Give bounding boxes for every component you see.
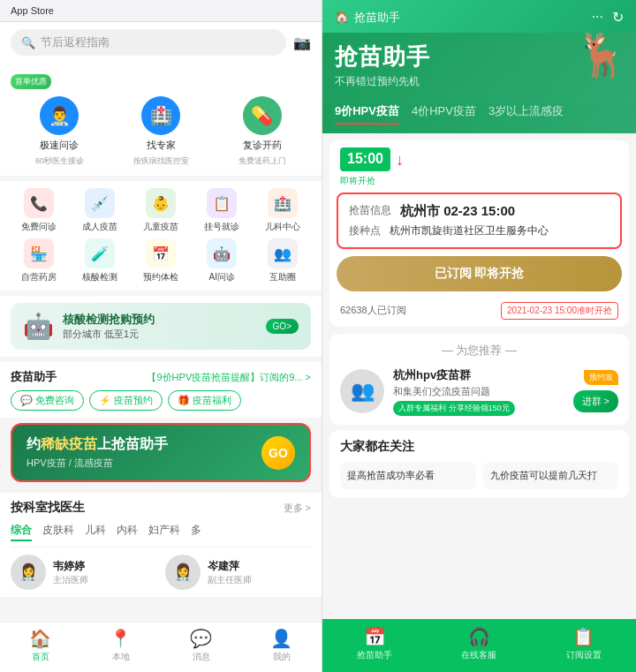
quick-action-jisu[interactable]: 👨‍⚕️ 极速问诊 60秒医生接诊	[35, 96, 84, 167]
nuclear-label: 核酸检测	[82, 271, 117, 283]
time-soon: 即将开抢	[340, 175, 390, 187]
settings-icon: 📋	[572, 626, 594, 647]
menu-item-adultvaccine[interactable]: 💉 成人疫苗	[72, 188, 127, 233]
rnav-service[interactable]: 🎧 在线客服	[461, 626, 496, 661]
recommend-name: 杭州hpv疫苗群	[393, 367, 564, 383]
dept-tab-ertke[interactable]: 儿科	[85, 523, 106, 541]
vaccine-tab-4hpv[interactable]: 4价HPV疫苗	[412, 103, 476, 125]
refresh-icon[interactable]: ↻	[612, 9, 624, 26]
guahao-icon: 📋	[207, 188, 237, 218]
vaccine-btns: 💬 免费咨询 ⚡ 疫苗预约 🎁 疫苗福利	[11, 390, 311, 411]
attention-section: 大家都在关注 提高抢苗成功率必看 九价疫苗可以提前几天打	[329, 430, 629, 498]
promo-tag: 预约攻	[584, 370, 618, 385]
header-icons: ··· ↻	[592, 9, 624, 26]
nav-message[interactable]: 💬 消息	[190, 628, 212, 663]
right-panel: 🏠 抢苗助手 ··· ↻ 抢苗助手 不再错过预约先机 🦌 9价HPV疫苗 4价H…	[322, 0, 636, 672]
menu-item-checkup[interactable]: 📅 预约体检	[132, 238, 188, 283]
camera-icon[interactable]: 📷	[293, 34, 311, 51]
app-store-label: App Store	[11, 5, 54, 16]
time-badge-wrap: 15:00 即将开抢	[340, 147, 390, 187]
big-banner-text: 约稀缺疫苗上抢苗助手 HPV疫苗 / 流感疫苗	[26, 435, 168, 470]
find-doctor-title: 按科室找医生	[11, 500, 85, 516]
subscribe-btn[interactable]: 已订阅 即将开抢	[337, 256, 622, 291]
nav-profile[interactable]: 👤 我的	[270, 628, 292, 663]
rnav-settings[interactable]: 📋 订阅设置	[566, 626, 602, 661]
search-input-wrap[interactable]: 🔍 节后返程指南	[11, 29, 286, 56]
time-section: 15:00 即将开抢 ↓ 抢苗信息 杭州市 02-23 15:00 接种点 杭州…	[329, 140, 629, 327]
doctor-avatar-2: 👩‍⚕️	[165, 555, 201, 590]
dept-tab-pifuke[interactable]: 皮肤科	[42, 523, 74, 541]
big-banner[interactable]: 约稀缺疫苗上抢苗助手 HPV疫苗 / 流感疫苗 GO	[11, 423, 311, 482]
left-panel: App Store 🔍 节后返程指南 📷 首单优惠 👨‍⚕️ 极速问诊 60秒医…	[0, 0, 322, 672]
dept-tab-neike[interactable]: 内科	[117, 523, 138, 541]
nav-message-label: 消息	[193, 651, 210, 663]
menu-item-ai[interactable]: 🤖 AI问诊	[194, 238, 250, 283]
big-banner-go-btn[interactable]: GO	[261, 436, 295, 470]
local-icon: 📍	[110, 628, 132, 649]
home-icon: 🏠	[29, 628, 51, 649]
rnav-grab[interactable]: 📅 抢苗助手	[357, 626, 392, 661]
vaccine-btn-appt[interactable]: ⚡ 疫苗预约	[89, 390, 163, 411]
doctor-info-1: 韦婷婷 主治医师	[53, 559, 88, 586]
recommend-wrapper: 👥 杭州hpv疫苗群 和集美们交流疫苗问题 入群专属福利 分享经验领150元 预…	[340, 367, 618, 416]
quick-action-zhuanjia[interactable]: 🏥 找专家 按疾病找医控室	[133, 96, 189, 167]
nuclear-go[interactable]: GO>	[266, 319, 299, 334]
jisu-label: 极速问诊	[40, 139, 79, 152]
menu-item-wenzhen[interactable]: 📞 免费问诊	[11, 188, 66, 233]
vaccine-tab-flu[interactable]: 3岁以上流感疫	[488, 103, 564, 125]
vaccine-assist-title: 疫苗助手	[11, 369, 57, 385]
nav-home-label: 首页	[32, 651, 49, 663]
recommend-card: 👥 杭州hpv疫苗群 和集美们交流疫苗问题 入群专属福利 分享经验领150元 预…	[340, 367, 618, 416]
nuclear-text: 核酸检测抢购预约 部分城市 低至1元	[63, 312, 155, 341]
more-dots-icon[interactable]: ···	[592, 9, 603, 26]
dept-tab-fuchanke[interactable]: 妇产科	[148, 523, 180, 541]
jisu-icon: 👨‍⚕️	[40, 96, 79, 135]
children-label: 儿科中心	[265, 221, 300, 233]
vaccine-assist-subtitle[interactable]: 【9价HPV疫苗抢苗提醒】订阅的9... >	[147, 371, 311, 384]
attention-item-1[interactable]: 提高抢苗成功率必看	[340, 462, 476, 489]
consult-icon: 💬	[20, 395, 33, 406]
menu-item-guahao[interactable]: 📋 挂号就诊	[194, 188, 250, 233]
ai-label: AI问诊	[208, 271, 234, 283]
nuclear-card[interactable]: 🤖 核酸检测抢购预约 部分城市 低至1元 GO>	[11, 303, 311, 350]
dept-tab-zonghe[interactable]: 综合	[11, 523, 32, 541]
message-icon: 💬	[190, 628, 212, 649]
content-area: 15:00 即将开抢 ↓ 抢苗信息 杭州市 02-23 15:00 接种点 杭州…	[322, 133, 636, 619]
nav-home[interactable]: 🏠 首页	[29, 628, 51, 663]
recommend-tag: 入群专属福利 分享经验领150元	[393, 401, 515, 416]
attention-item-2[interactable]: 九价疫苗可以提前几天打	[483, 462, 619, 489]
vaccine-tabs: 9价HPV疫苗 4价HPV疫苗 3岁以上流感疫	[322, 103, 636, 133]
nav-local[interactable]: 📍 本地	[110, 628, 132, 663]
grab-icon: 📅	[364, 626, 386, 647]
vaccine-btn-consult[interactable]: 💬 免费咨询	[11, 390, 84, 411]
menu-item-community[interactable]: 👥 互助圈	[255, 238, 311, 283]
vaccine-btn-welfare[interactable]: 🎁 疫苗福利	[168, 390, 241, 411]
doctor-card-2[interactable]: 👩‍⚕️ 岑建萍 副主任医师	[165, 555, 311, 590]
quick-actions: 👨‍⚕️ 极速问诊 60秒医生接诊 🏥 找专家 按疾病找医控室 💊 复诊开药 免…	[11, 96, 311, 167]
info-card: 抢苗信息 杭州市 02-23 15:00 接种点 杭州市凯旋街道社区卫生服务中心	[337, 193, 622, 249]
hero-section: 抢苗助手 不再错过预约先机 🦌	[322, 33, 636, 103]
attention-title: 大家都在关注	[340, 439, 618, 455]
nav-local-label: 本地	[112, 651, 130, 663]
doctor-card-1[interactable]: 👩‍⚕️ 韦婷婷 主治医师	[11, 555, 156, 590]
join-btn[interactable]: 进群 >	[573, 390, 618, 412]
info-key-2: 接种点	[349, 223, 381, 238]
dept-tab-more[interactable]: 多	[191, 523, 201, 541]
find-doctor-header: 按科室找医生 更多 >	[11, 500, 311, 516]
vaccine-tab-9hpv[interactable]: 9价HPV疫苗	[335, 103, 399, 125]
recommend-desc: 和集美们交流疫苗问题	[393, 385, 564, 398]
quick-action-fucha[interactable]: 💊 复诊开药 免费送药上门	[238, 96, 286, 167]
doctor-info-2: 岑建萍 副主任医师	[208, 559, 252, 586]
more-link[interactable]: 更多 >	[284, 502, 311, 515]
doctor-name-1: 韦婷婷	[53, 559, 88, 574]
wenzhen-icon: 📞	[24, 188, 54, 218]
menu-item-childvaccine[interactable]: 👶 儿童疫苗	[132, 188, 188, 233]
doctor-avatar-1: 👩‍⚕️	[11, 555, 46, 590]
big-banner-sub: HPV疫苗 / 流感疫苗	[26, 457, 168, 470]
menu-item-nuclear[interactable]: 🧪 核酸检测	[72, 238, 127, 283]
attention-items: 提高抢苗成功率必看 九价疫苗可以提前几天打	[340, 462, 618, 489]
menu-item-pharmacy[interactable]: 🏪 自营药房	[11, 238, 66, 283]
bottom-nav: 🏠 首页 📍 本地 💬 消息 👤 我的	[0, 622, 322, 672]
menu-item-children[interactable]: 🏥 儿科中心	[255, 188, 311, 233]
search-icon: 🔍	[21, 36, 35, 49]
